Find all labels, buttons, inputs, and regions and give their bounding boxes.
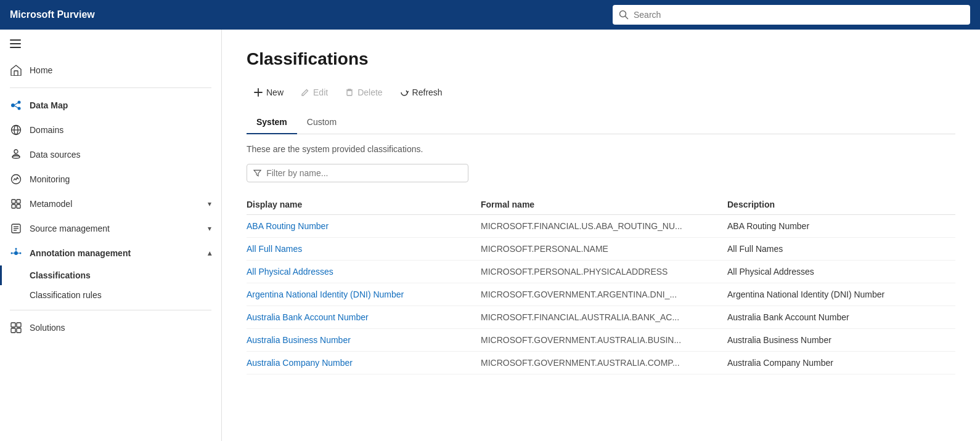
toolbar: New Edit Delete — [247, 84, 955, 101]
annotationmgmt-icon — [10, 247, 22, 259]
topbar: Microsoft Purview — [0, 0, 980, 30]
sidebar-item-metamodel-label: Metamodel — [30, 199, 200, 209]
refresh-icon — [400, 88, 409, 97]
page-title: Classifications — [247, 49, 955, 69]
svg-rect-20 — [17, 204, 20, 208]
tab-bar: System Custom — [247, 111, 955, 134]
svg-point-27 — [20, 253, 22, 254]
svg-line-10 — [15, 106, 18, 108]
main-layout: Home Data Map — [0, 30, 980, 441]
description-cell: Australia Company Number — [727, 358, 955, 368]
plus-icon — [254, 88, 263, 97]
tab-description: These are the system provided classifica… — [247, 144, 955, 154]
sidebar-item-domains-label: Domains — [30, 125, 211, 135]
display-name-cell[interactable]: Australia Company Number — [247, 358, 481, 368]
formal-name-cell: MICROSOFT.GOVERNMENT.AUSTRALIA.COMP... — [481, 358, 727, 368]
sidebar-item-sourcemanagement[interactable]: Source management ▾ — [0, 216, 221, 241]
svg-point-28 — [11, 253, 13, 254]
svg-point-15 — [12, 156, 20, 158]
svg-point-25 — [14, 251, 18, 255]
annotationmgmt-chevron-icon: ▴ — [208, 249, 211, 257]
svg-point-7 — [18, 101, 21, 104]
display-name-cell[interactable]: All Physical Addresses — [247, 267, 481, 277]
monitoring-icon — [10, 173, 22, 185]
sidebar-item-annotationmgmt[interactable]: Annotation management ▴ — [0, 241, 221, 265]
sidebar-nav: Home Data Map — [0, 58, 221, 350]
sidebar-item-solutions[interactable]: Solutions — [0, 315, 221, 340]
sidebar-item-solutions-label: Solutions — [30, 323, 211, 333]
edit-button[interactable]: Edit — [293, 84, 335, 101]
datamap-icon — [10, 99, 22, 111]
search-icon — [619, 10, 629, 20]
svg-rect-34 — [11, 328, 15, 333]
description-cell: Argentina National Identity (DNI) Number — [727, 289, 955, 299]
filter-icon — [253, 169, 261, 177]
search-input[interactable] — [634, 10, 964, 20]
sidebar-item-classifications-label: Classifications — [30, 270, 91, 280]
tab-custom[interactable]: Custom — [297, 111, 346, 134]
sidebar-item-classificationrules[interactable]: Classification rules — [0, 285, 221, 305]
svg-rect-35 — [17, 328, 21, 333]
table-row: ABA Routing Number MICROSOFT.FINANCIAL.U… — [247, 215, 955, 238]
display-name-cell[interactable]: Australia Bank Account Number — [247, 312, 481, 322]
description-cell: ABA Routing Number — [727, 221, 955, 231]
metamodel-chevron-icon: ▾ — [208, 200, 211, 208]
refresh-button[interactable]: Refresh — [393, 84, 450, 101]
sidebar-item-home-label: Home — [30, 65, 211, 75]
sidebar-item-monitoring-label: Monitoring — [30, 174, 211, 184]
table-header: Display name Formal name Description — [247, 195, 955, 215]
search-bar[interactable] — [613, 5, 970, 25]
svg-rect-32 — [11, 323, 15, 327]
svg-point-6 — [11, 103, 15, 107]
col-header-formalname: Formal name — [481, 200, 727, 209]
domains-icon — [10, 124, 22, 136]
classifications-table: Display name Formal name Description ABA… — [247, 195, 955, 374]
formal-name-cell: MICROSOFT.PERSONAL.PHYSICALADDRESS — [481, 267, 727, 277]
solutions-icon — [10, 322, 22, 334]
sidebar-item-annotationmgmt-label: Annotation management — [30, 248, 200, 258]
filter-input-wrapper[interactable] — [247, 164, 468, 182]
home-icon — [10, 64, 22, 76]
formal-name-cell: MICROSOFT.GOVERNMENT.AUSTRALIA.BUSIN... — [481, 335, 727, 345]
sidebar-divider-2 — [10, 310, 211, 310]
description-cell: All Physical Addresses — [727, 267, 955, 277]
svg-rect-5 — [14, 71, 18, 76]
col-header-description: Description — [727, 200, 955, 209]
delete-button[interactable]: Delete — [338, 84, 390, 101]
tab-system[interactable]: System — [247, 111, 297, 134]
sourcemanagement-chevron-icon: ▾ — [208, 224, 211, 233]
formal-name-cell: MICROSOFT.PERSONAL.NAME — [481, 244, 727, 254]
display-name-cell[interactable]: Australia Business Number — [247, 335, 481, 345]
hamburger-button[interactable] — [0, 30, 221, 58]
sidebar-item-domains[interactable]: Domains — [0, 118, 221, 142]
formal-name-cell: MICROSOFT.FINANCIAL.AUSTRALIA.BANK_AC... — [481, 312, 727, 322]
svg-rect-17 — [12, 200, 15, 203]
svg-rect-4 — [10, 47, 21, 48]
sidebar-item-classifications[interactable]: Classifications — [0, 265, 221, 285]
table-row: Australia Business Number MICROSOFT.GOVE… — [247, 329, 955, 352]
svg-line-1 — [626, 17, 628, 19]
sidebar-item-monitoring[interactable]: Monitoring — [0, 167, 221, 192]
new-button[interactable]: New — [247, 84, 291, 101]
datasources-icon — [10, 148, 22, 161]
edit-icon — [301, 88, 309, 97]
sidebar-item-home[interactable]: Home — [0, 58, 221, 83]
svg-marker-39 — [254, 170, 261, 176]
description-cell: Australia Bank Account Number — [727, 312, 955, 322]
display-name-cell[interactable]: Argentina National Identity (DNI) Number — [247, 289, 481, 299]
display-name-cell[interactable]: All Full Names — [247, 244, 481, 254]
sidebar-item-datamap[interactable]: Data Map — [0, 93, 221, 118]
svg-point-26 — [15, 248, 17, 250]
sidebar-item-metamodel[interactable]: Metamodel ▾ — [0, 192, 221, 216]
sidebar-item-datasources[interactable]: Data sources — [0, 142, 221, 167]
main-content: Classifications New Edit — [222, 30, 980, 441]
display-name-cell[interactable]: ABA Routing Number — [247, 221, 481, 231]
sidebar: Home Data Map — [0, 30, 222, 441]
svg-rect-18 — [17, 200, 20, 203]
table-row: Argentina National Identity (DNI) Number… — [247, 283, 955, 306]
filter-input[interactable] — [266, 168, 462, 178]
table-row: Australia Company Number MICROSOFT.GOVER… — [247, 352, 955, 374]
sidebar-item-classificationrules-label: Classification rules — [30, 290, 102, 300]
sidebar-item-sourcemanagement-label: Source management — [30, 224, 200, 233]
sourcemanagement-icon — [10, 222, 22, 235]
